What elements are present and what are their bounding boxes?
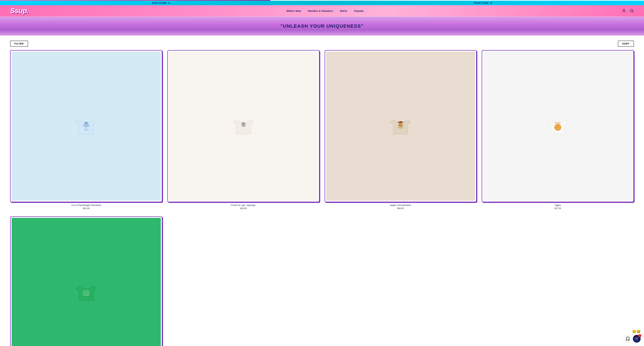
product-card[interactable]: My back is not a voicemail, stop leaving…	[10, 216, 162, 346]
logo[interactable]: Ssup.	[10, 7, 28, 14]
emoji-left: 😊	[632, 330, 636, 334]
cart-button[interactable]: 🛒 1	[633, 335, 641, 343]
user-icon[interactable]	[622, 8, 626, 13]
announcement-left: SSUP STORE ★	[152, 2, 170, 4]
announcement-bar: SSUP STORE ★ SSUP STORE ★	[0, 1, 644, 5]
emoji-group: 😊 😅	[632, 330, 641, 334]
product-name: Eggos	[482, 204, 634, 206]
svg-text:it to my face.: it to my face.	[83, 295, 90, 296]
product-card[interactable]: EGGOS Eggos $37.00	[482, 50, 634, 210]
product-card[interactable]: Freud's id, ego, superego Freud's id, eg…	[167, 50, 320, 210]
product-price: $38.00	[324, 207, 477, 210]
product-image-wrapper: Freud's id, ego, superego	[167, 50, 320, 202]
svg-text:stop leaving: stop leaving	[83, 293, 89, 294]
sort-button[interactable]: SORT	[618, 41, 634, 47]
product-name: I Am A Psychologist (Alcoholic)	[10, 204, 162, 206]
announcement-right-store: SSUP STORE	[474, 2, 488, 4]
nav-popular[interactable]: Popular	[354, 9, 364, 12]
nav-hoodies-sweaters[interactable]: Hoodies & Sweaters	[308, 9, 333, 12]
svg-rect-7	[86, 122, 88, 124]
announcement-left-store: SSUP STORE	[152, 2, 167, 4]
main-nav: What's New Hoodies & Sweaters Shirts Pop…	[286, 9, 364, 12]
svg-text:My back is: My back is	[84, 290, 89, 291]
svg-rect-6	[85, 122, 86, 124]
svg-text:not a voicemail,: not a voicemail,	[82, 292, 90, 293]
svg-point-22	[399, 125, 400, 125]
product-image-wrapper: YEEHAWIN'	[324, 50, 477, 202]
svg-point-1	[630, 9, 633, 12]
filter-button[interactable]: FILTER	[10, 41, 28, 47]
svg-point-14	[242, 122, 245, 125]
product-card[interactable]: Psychologist I Am A Psychologist I Am A …	[10, 50, 162, 210]
cart-badge: 1	[638, 334, 641, 337]
main-content: FILTER SORT Psychologist	[0, 35, 644, 346]
svg-marker-15	[242, 121, 243, 122]
filter-sort-bar: FILTER SORT	[10, 39, 634, 50]
hero-banner: "UNLEASH YOUR UNIQUENESS"	[0, 17, 644, 35]
svg-line-2	[632, 12, 634, 13]
svg-text:Psychologist: Psychologist	[84, 129, 89, 130]
nav-whats-new[interactable]: What's New	[286, 9, 301, 12]
cart-icon: 🛒	[634, 337, 639, 341]
product-price: $29.00	[167, 207, 320, 210]
svg-point-5	[84, 121, 88, 125]
product-name: yappin' and yeehawin'	[324, 204, 477, 206]
svg-text:EGGOS: EGGOS	[555, 122, 560, 124]
product-image-wrapper: My back is not a voicemail, stop leaving…	[10, 216, 162, 346]
product-image: Freud's id, ego, superego	[169, 52, 318, 201]
product-grid-row2: My back is not a voicemail, stop leaving…	[10, 216, 634, 346]
chat-button[interactable]: 🎧	[624, 335, 632, 343]
header: Ssup. What's New Hoodies & Sweaters Shir…	[0, 5, 644, 17]
product-image: YEEHAWIN'	[326, 52, 475, 201]
search-icon[interactable]	[630, 8, 634, 13]
product-name: Freud's id, ego, superego.	[167, 204, 320, 206]
product-price: $37.00	[482, 207, 634, 210]
product-image-wrapper: EGGOS	[482, 50, 634, 202]
nav-shirts[interactable]: Shirts	[340, 9, 347, 12]
emoji-right: 😅	[636, 330, 641, 334]
product-card[interactable]: YEEHAWIN' yappin' a	[324, 50, 477, 210]
product-price: $30.00	[10, 207, 162, 210]
svg-text:I Am A: I Am A	[85, 128, 88, 129]
svg-point-0	[623, 9, 625, 11]
floating-icons: 😊 😅 🎧 🛒 1	[624, 330, 641, 343]
svg-rect-21	[399, 121, 402, 123]
hero-title: "UNLEASH YOUR UNIQUENESS"	[3, 23, 641, 29]
product-image-wrapper: Psychologist I Am A Psychologist	[10, 50, 162, 202]
announcement-right: SSUP STORE ★	[474, 2, 492, 4]
product-grid: Psychologist I Am A Psychologist I Am A …	[10, 50, 634, 210]
product-image: EGGOS	[483, 52, 632, 201]
announcement-left-star: ★	[168, 2, 170, 4]
svg-point-23	[401, 125, 402, 125]
header-icons	[622, 8, 634, 13]
announcement-right-star: ★	[490, 2, 492, 4]
product-image: My back is not a voicemail, stop leaving…	[12, 218, 161, 346]
svg-text:superego: superego	[242, 126, 245, 127]
svg-marker-16	[244, 121, 244, 122]
headset-icon: 🎧	[626, 337, 630, 341]
product-image: Psychologist I Am A Psychologist	[12, 52, 161, 201]
